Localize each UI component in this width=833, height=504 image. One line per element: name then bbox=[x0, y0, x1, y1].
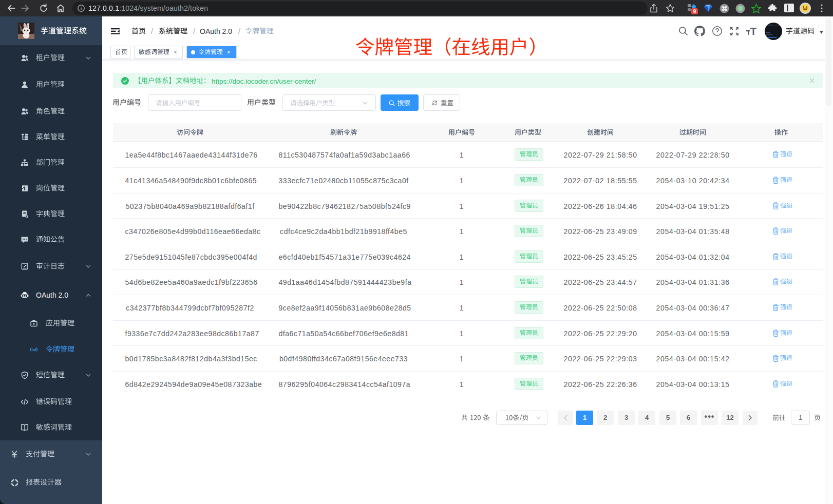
svg-text:9: 9 bbox=[693, 9, 696, 14]
svg-text:a: a bbox=[33, 347, 35, 352]
